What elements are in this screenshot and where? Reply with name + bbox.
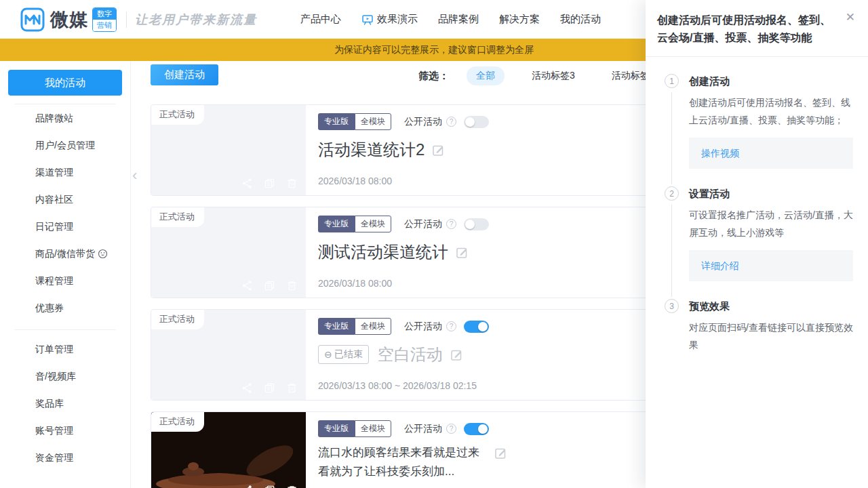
brand-logo-icon	[20, 7, 45, 32]
public-activity-label: 公开活动	[404, 423, 442, 435]
sidebar-item-member-mgmt[interactable]: 用户/会员管理	[0, 131, 130, 159]
filter-label: 筛选：	[418, 70, 449, 83]
guide-steps: 1 创建活动 创建活动后可使用活动报名、签到、线上云活动/直播、投票、抽奖等功能…	[646, 57, 868, 354]
create-activity-button[interactable]: 创建活动	[151, 64, 218, 85]
sidebar-item-brand-site[interactable]: 品牌微站	[0, 104, 130, 131]
sidebar: 我的活动 品牌微站 用户/会员管理 渠道管理 内容社区 日记管理 商品/微信带货…	[0, 61, 131, 488]
sidebar-item-prize-library[interactable]: 奖品库	[0, 390, 130, 417]
brand-badge: 数字 营销	[92, 7, 117, 32]
public-toggle[interactable]	[464, 218, 489, 230]
activity-card[interactable]: 正式活动 专业版 全模块 公开活动 ?	[151, 104, 673, 196]
activity-card-body: 专业版 全模块 公开活动 ? 活动渠道统计2 2026/03/18 08:00 …	[306, 105, 672, 195]
copy-icon[interactable]	[264, 382, 275, 394]
sidebar-item-order-mgmt[interactable]: 订单管理	[0, 336, 130, 363]
sidebar-item-wechat-goods[interactable]: 商品/微信带货	[0, 240, 130, 267]
sidebar-collapse-icon[interactable]: ‹	[132, 168, 137, 183]
status-badge: 正式活动	[151, 207, 204, 227]
close-icon[interactable]: ✕	[846, 12, 855, 23]
detail-intro-link[interactable]: 详细介绍	[701, 260, 739, 271]
activity-card-body: 专业版 全模块 公开活动 ? 测试活动渠道统计 2026/03/18 08:00…	[306, 207, 672, 298]
brand-separator	[126, 12, 127, 28]
delete-icon[interactable]	[286, 280, 298, 291]
public-activity-label: 公开活动	[404, 218, 442, 230]
guide-step-3: 3 预览效果 对应页面扫码/查看链接可以直接预览效果	[665, 300, 853, 354]
activity-card[interactable]: 正式活动 专业版 全模块 公开活动 ?	[151, 309, 673, 401]
sidebar-item-channel-mgmt[interactable]: 渠道管理	[0, 159, 130, 186]
module-badge: 全模块	[355, 216, 391, 232]
sidebar-item-account-mgmt[interactable]: 账号管理	[0, 417, 130, 444]
step-link-box: 操作视频	[689, 138, 853, 169]
sidebar-item-diary-mgmt[interactable]: 日记管理	[0, 213, 130, 240]
edit-icon[interactable]	[450, 348, 463, 361]
activity-thumbnail: 正式活动	[151, 310, 306, 400]
step-link-box: 详细介绍	[689, 250, 853, 281]
brand-slogan: 让老用户带来新流量	[135, 12, 257, 28]
step-number: 3	[665, 299, 679, 313]
operation-video-link[interactable]: 操作视频	[701, 148, 739, 159]
ended-minus-icon: ⊖	[324, 349, 332, 360]
nav-product-center[interactable]: 产品中心	[300, 13, 341, 26]
presentation-icon	[361, 14, 374, 26]
delete-icon[interactable]	[286, 178, 298, 189]
module-badge: 全模块	[355, 318, 391, 335]
activity-card-body: 专业版 全模块 公开活动 ? ⊖已结束 空白活动 2026/03/13 08:0…	[306, 310, 672, 400]
banner-text: 为保证内容可以完整展示，建议窗口调整为全屏	[334, 44, 534, 56]
guide-step-1: 1 创建活动 创建活动后可使用活动报名、签到、线上云活动/直播、投票、抽奖等功能…	[665, 75, 853, 187]
public-toggle[interactable]	[464, 423, 489, 435]
edit-icon[interactable]	[494, 447, 507, 460]
edit-icon[interactable]	[432, 144, 445, 157]
share-icon[interactable]	[241, 382, 253, 394]
nav-effect-demo[interactable]: 效果演示	[361, 13, 418, 26]
step-connector-line	[671, 92, 672, 184]
sidebar-divider	[15, 329, 115, 330]
copy-icon[interactable]	[264, 485, 275, 488]
help-question-icon[interactable]: ?	[446, 219, 456, 229]
activity-thumbnail: 正式活动	[151, 207, 306, 298]
status-badge: 正式活动	[151, 412, 204, 432]
activity-card[interactable]: 正式活动 专业版 全模块 公开活动 ?	[151, 411, 673, 488]
delete-icon[interactable]	[286, 485, 298, 488]
filter-all[interactable]: 全部	[467, 66, 505, 85]
edit-icon[interactable]	[456, 246, 469, 259]
delete-icon[interactable]	[286, 382, 298, 394]
status-badge: 正式活动	[151, 105, 204, 125]
copy-icon[interactable]	[264, 280, 275, 291]
module-badge: 全模块	[355, 113, 391, 130]
ended-badge: ⊖已结束	[318, 345, 369, 364]
version-badge: 专业版	[318, 420, 355, 437]
sidebar-item-coupons[interactable]: 优惠券	[0, 294, 130, 321]
public-toggle[interactable]	[464, 116, 489, 128]
public-activity-label: 公开活动	[404, 321, 442, 333]
version-badge: 专业版	[318, 318, 355, 335]
filter-bar: 筛选： 全部 活动标签3 活动标签	[418, 66, 659, 85]
version-badge: 专业版	[318, 113, 355, 130]
top-nav: 产品中心 效果演示 品牌案例 解决方案 我的活动	[300, 0, 601, 39]
share-icon[interactable]	[241, 280, 253, 291]
help-question-icon[interactable]: ?	[446, 424, 456, 434]
guide-panel: 创建活动后可使用活动报名、签到、云会场/直播、投票、抽奖等功能 ✕ 1 创建活动…	[646, 0, 868, 488]
sidebar-item-my-activities[interactable]: 我的活动	[8, 70, 122, 96]
sidebar-item-course-mgmt[interactable]: 课程管理	[0, 267, 130, 294]
share-icon[interactable]	[241, 485, 253, 488]
sidebar-item-funds-mgmt[interactable]: 资金管理	[0, 444, 130, 471]
module-badge: 全模块	[355, 420, 391, 437]
sidebar-item-media-library[interactable]: 音/视频库	[0, 363, 130, 390]
help-question-icon[interactable]: ?	[446, 321, 456, 331]
share-icon[interactable]	[241, 178, 253, 189]
activity-date: 2026/03/18 08:00	[318, 176, 392, 186]
activity-title: 流口水的顾客结果来看就是过来看就为了让科技委乐刻加...	[318, 443, 489, 481]
nav-brand-cases[interactable]: 品牌案例	[438, 13, 479, 26]
activity-date: 2026/03/13 08:00 ~ 2026/03/18 02:15	[318, 380, 477, 391]
guide-step-2: 2 设置活动 可设置报名推广活动，云活动/直播，大屏互动，线上小游戏等 详细介绍	[665, 187, 853, 300]
nav-my-activities[interactable]: 我的活动	[560, 13, 601, 26]
sidebar-item-content-community[interactable]: 内容社区	[0, 186, 130, 213]
public-toggle[interactable]	[464, 321, 489, 333]
copy-icon[interactable]	[264, 178, 275, 189]
activity-card-body: 专业版 全模块 公开活动 ? 流口水的顾客结果来看就是过来看就为了让科技委乐刻加…	[306, 412, 672, 488]
filter-tag3[interactable]: 活动标签3	[522, 66, 585, 85]
nav-solutions[interactable]: 解决方案	[499, 13, 540, 26]
activity-card[interactable]: 正式活动 专业版 全模块 公开活动 ?	[151, 207, 673, 298]
version-badge: 专业版	[318, 216, 355, 232]
app-page: 微媒 数字 营销 让老用户带来新流量 产品中心 效果演示 品牌案例 解决方案 我…	[0, 0, 868, 488]
help-question-icon[interactable]: ?	[446, 117, 456, 127]
